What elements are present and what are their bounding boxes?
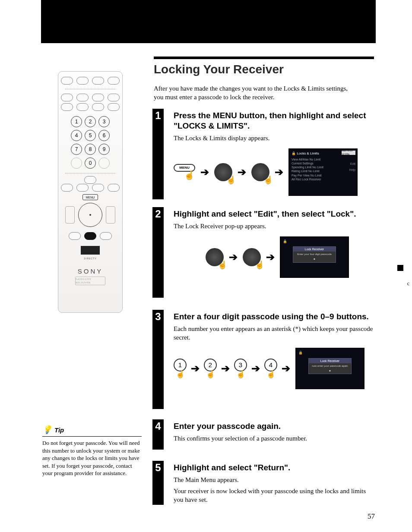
page-title: Locking Your Receiver: [154, 63, 284, 76]
dpad-press-icon: ☝: [206, 248, 224, 266]
num-7: 7: [71, 144, 82, 155]
step-3-body: Each number you enter appears as an aste…: [174, 324, 374, 342]
lock-receiver-screen: 🔒 Lock Receiver Enter your four digit pa…: [280, 236, 349, 278]
arrow-icon: ➔: [266, 251, 275, 263]
intro-paragraph: After you have made the changes you want…: [154, 84, 357, 102]
arrow-icon: ➔: [275, 166, 283, 178]
tip-text: Do not forget your passcode. You will ne…: [42, 439, 142, 477]
arrow-icon: ➔: [229, 251, 238, 263]
digit-4-press: 4☝: [264, 359, 277, 379]
num-6: 6: [98, 130, 110, 141]
locks-limits-screen: 🔒 Locks & Limits Mon 9:05 12:00p View Al…: [288, 148, 358, 196]
num-0: 0: [85, 157, 96, 169]
heading-rule: [154, 57, 374, 59]
arrow-icon: ➔: [200, 166, 209, 178]
hand-icon: ☝: [184, 170, 195, 180]
num-5: 5: [85, 130, 96, 141]
directv-label: DIRECTV: [84, 257, 97, 260]
remote-menu-button: MENU: [82, 194, 98, 200]
dpad-press-icon: ☝: [214, 163, 232, 181]
step-number-5: 5: [152, 461, 164, 505]
step-3-diagram: 1☝ ➔ 2☝ ➔ 3☝ ➔ 4☝ ➔ 🔒 Lock Receiver now …: [174, 348, 374, 389]
step-5-title: Highlight and select "Return".: [174, 463, 374, 473]
sony-brand: SONY: [78, 268, 103, 275]
num-3: 3: [98, 116, 110, 127]
tip-sidebar: 💡 Tip Do not forget your passcode. You w…: [42, 425, 142, 477]
arrow-icon: ➔: [221, 362, 230, 375]
dpad-press-icon: ☝: [243, 248, 261, 266]
side-black-marker: [397, 265, 403, 271]
arrow-icon: ➔: [251, 362, 260, 375]
num-8: 8: [85, 144, 96, 155]
step-1-title: Press the MENU button, then highlight an…: [174, 110, 374, 131]
step-number-2: 2: [152, 207, 164, 298]
step-5-body2: Your receiver is now locked with your pa…: [174, 487, 374, 504]
side-letter: c: [407, 280, 409, 287]
step-number-1: 1: [152, 109, 164, 199]
step-4: 4 Enter your passcode again. This confir…: [154, 419, 374, 443]
step-5: 5 Highlight and select "Return". The Mai…: [154, 461, 374, 504]
step-2-title: Highlight and select "Edit", then select…: [174, 209, 374, 219]
step-1-diagram: MENU ☝ ➔ ☝ ➔ ☝ ➔ 🔒 Locks & Limits Mon 9:…: [174, 148, 374, 196]
step-2: 2 Highlight and select "Edit", then sele…: [154, 207, 374, 278]
remote-dpad: [78, 203, 102, 227]
arrow-icon: ➔: [191, 362, 200, 375]
step-3: 3 Enter a four digit passcode using the …: [154, 310, 374, 389]
step-1: 1 Press the MENU button, then highlight …: [154, 109, 374, 196]
dpad-press-icon: ☝: [251, 163, 269, 181]
screen-opt-edit: Edit: [350, 162, 355, 166]
directv-logo: [81, 246, 100, 255]
step-1-body: The Locks & Limits display appears.: [174, 134, 374, 142]
menu-press-icon: MENU ☝: [174, 164, 195, 180]
step-4-body: This confirms your selection of a passco…: [174, 434, 374, 443]
arrow-icon: ➔: [282, 362, 290, 375]
num-blank-l: [71, 157, 82, 169]
arrow-icon: ➔: [238, 166, 246, 178]
sony-sublabel: SATELLITE RECEIVER: [75, 277, 105, 285]
step-number-4: 4: [152, 419, 164, 450]
step-5-body: The Main Menu appears.: [174, 475, 374, 484]
digit-1-press: 1☝: [174, 359, 187, 379]
step-2-diagram: ☝ ➔ ☝ ➔ 🔒 Lock Receiver Enter your four …: [206, 236, 374, 278]
page-number: 57: [368, 512, 375, 521]
num-blank-r: [98, 157, 110, 169]
num-1: 1: [71, 116, 82, 127]
tip-label: Tip: [54, 426, 64, 434]
digit-2-press: 2☝: [204, 359, 217, 379]
step-2-body: The Lock Receiver pop-up appears.: [174, 222, 374, 230]
digit-3-press: 3☝: [234, 359, 247, 379]
lightbulb-icon: 💡: [42, 425, 52, 434]
step-number-3: 3: [152, 310, 164, 409]
num-9: 9: [98, 144, 110, 155]
step-3-title: Enter a four digit passcode using the 0–…: [174, 312, 374, 322]
top-black-banner: [41, 0, 376, 43]
num-2: 2: [85, 116, 96, 127]
remote-numpad: 1 2 3 4 5 6 7 8 9 0: [71, 116, 110, 169]
remote-control-illustration: 1 2 3 4 5 6 7 8 9 0 MENU DIRECTV SONY SA…: [58, 71, 123, 313]
passcode-again-screen: 🔒 Lock Receiver now enter your passcode …: [295, 348, 364, 389]
step-4-title: Enter your passcode again.: [174, 421, 374, 431]
num-4: 4: [71, 130, 82, 141]
screen-date: Mon 9:05 12:00p: [342, 151, 355, 155]
screen-opt-help: Help: [349, 168, 355, 172]
